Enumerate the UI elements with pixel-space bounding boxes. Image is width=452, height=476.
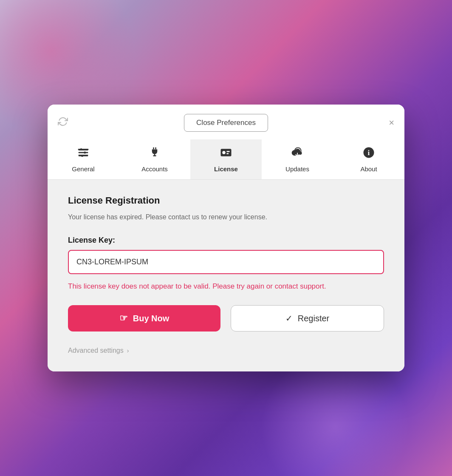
buy-now-button[interactable]: ☞ Buy Now — [68, 305, 220, 332]
about-icon: i — [362, 146, 375, 162]
tab-general[interactable]: General — [48, 139, 119, 179]
tab-license[interactable]: License — [190, 139, 262, 179]
section-title: License Registration — [68, 195, 384, 206]
accounts-icon — [148, 146, 161, 162]
tab-accounts[interactable]: Accounts — [119, 139, 190, 179]
svg-point-6 — [81, 155, 83, 157]
license-key-input[interactable] — [68, 250, 384, 274]
refresh-icon[interactable] — [58, 116, 68, 129]
advanced-settings-link[interactable]: Advanced settings › — [68, 347, 129, 354]
svg-rect-7 — [153, 147, 154, 149]
updates-icon — [291, 146, 304, 162]
svg-rect-10 — [153, 155, 156, 156]
action-buttons: ☞ Buy Now ✓ Register — [68, 305, 384, 332]
svg-rect-13 — [226, 151, 230, 152]
svg-point-5 — [84, 151, 86, 153]
advanced-settings-label: Advanced settings — [68, 347, 124, 354]
chevron-right-icon: › — [127, 347, 129, 354]
license-icon — [220, 146, 232, 162]
close-preferences-button[interactable]: Close Preferences — [184, 114, 268, 132]
tab-accounts-label: Accounts — [141, 165, 168, 173]
tab-general-label: General — [72, 165, 94, 173]
dialog-header: Close Preferences × — [48, 105, 404, 139]
general-icon — [77, 146, 90, 162]
register-label: Register — [298, 314, 329, 323]
close-button[interactable]: × — [389, 118, 394, 128]
hand-icon: ☞ — [119, 313, 128, 324]
svg-rect-14 — [226, 153, 229, 154]
tab-updates-label: Updates — [285, 165, 309, 173]
svg-point-4 — [80, 148, 82, 150]
register-button[interactable]: ✓ Register — [231, 305, 384, 332]
tabs-bar: General Accounts — [48, 139, 404, 180]
svg-rect-8 — [155, 147, 156, 149]
tab-license-label: License — [214, 165, 238, 173]
tab-about[interactable]: i About — [333, 139, 404, 179]
error-message: This license key does not appear to be v… — [68, 281, 384, 292]
dialog-content: License Registration Your license has ex… — [48, 180, 404, 372]
tab-updates[interactable]: Updates — [262, 139, 333, 179]
svg-text:i: i — [368, 148, 370, 157]
tab-about-label: About — [360, 165, 377, 173]
section-description: Your license has expired. Please contact… — [68, 212, 384, 222]
preferences-dialog: Close Preferences × General — [48, 105, 404, 372]
checkmark-icon: ✓ — [285, 313, 293, 323]
svg-point-12 — [222, 151, 226, 154]
field-label: License Key: — [68, 236, 384, 245]
buy-now-label: Buy Now — [133, 314, 170, 323]
